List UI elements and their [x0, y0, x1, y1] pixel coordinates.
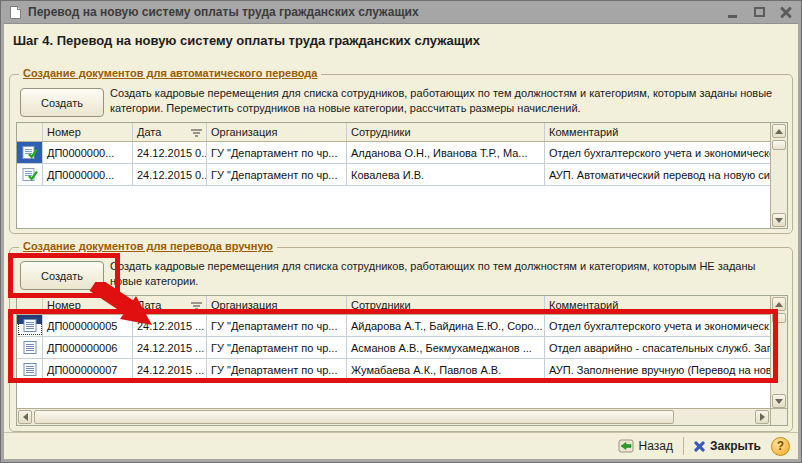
cell-number: ДП0000000... — [43, 164, 133, 185]
column-header-number[interactable]: Номер — [43, 123, 133, 141]
group-manual-description: Создать кадровые перемещения для списка … — [110, 259, 788, 289]
column-header-icon — [17, 123, 43, 141]
column-header-employees[interactable]: Сотрудники — [347, 296, 545, 314]
scroll-down-icon — [775, 218, 783, 223]
scroll-down-icon — [775, 399, 783, 404]
document-posted-icon — [22, 168, 38, 181]
scrollbar-thumb[interactable] — [34, 410, 674, 424]
column-header-date[interactable]: Дата — [133, 296, 207, 314]
column-header-organization[interactable]: Организация — [207, 123, 347, 141]
close-button-label: Закрыть — [710, 439, 761, 453]
back-button-label: Назад — [639, 439, 673, 453]
minimize-button[interactable] — [725, 5, 739, 19]
cell-employees: Жумабаева А.К., Павлов А.В. — [347, 359, 545, 380]
cell-organization: ГУ "Департамент по чр... — [207, 142, 347, 163]
document-posted-icon — [22, 146, 38, 159]
cell-employees: Асманов А.В., Бекмухамеджанов ... — [347, 337, 545, 358]
column-header-organization[interactable]: Организация — [207, 296, 347, 314]
maximize-icon — [754, 7, 765, 17]
cell-number: ДП000000007 — [43, 359, 133, 380]
back-arrow-icon — [618, 438, 634, 454]
scroll-right-icon — [760, 413, 765, 421]
table-row[interactable]: ДП000000006 24.12.2015 ... ГУ "Департаме… — [17, 337, 770, 359]
table-header-row: Номер Дата Организация Сотрудники Коммен… — [17, 123, 770, 142]
column-header-date[interactable]: Дата — [133, 123, 207, 141]
app-window: Перевод на новую систему оплаты труда гр… — [0, 0, 802, 463]
create-auto-button[interactable]: Создать — [20, 88, 104, 117]
table-row[interactable]: ДП0000000... 24.12.2015 0... ГУ "Департа… — [17, 164, 770, 186]
group-auto-description: Создать кадровые перемещения для списка … — [110, 86, 788, 116]
scroll-left-icon — [23, 413, 28, 421]
group-manual-title: Создание документов для перевода вручную — [19, 240, 277, 252]
table-row[interactable]: ДП0000000... 24.12.2015 0... ГУ "Департа… — [17, 142, 770, 164]
close-x-icon — [694, 441, 705, 452]
cell-date: 24.12.2015 ... — [133, 337, 207, 358]
help-button[interactable]: ? — [771, 437, 790, 456]
scroll-down-button[interactable] — [772, 213, 786, 227]
cell-organization: ГУ "Департамент по чр... — [207, 164, 347, 185]
minimize-icon — [728, 15, 737, 18]
cell-comment: АУП. Автоматический перевод на новую сис… — [545, 164, 770, 185]
maximize-button[interactable] — [752, 5, 766, 19]
group-auto-title: Создание документов для автоматического … — [19, 67, 321, 79]
row-icon-cell — [17, 337, 43, 358]
table-row[interactable]: ДП000000007 24.12.2015 ... ГУ "Департаме… — [17, 359, 770, 381]
footer-separator — [683, 437, 684, 455]
cell-number: ДП0000000... — [43, 142, 133, 163]
scrollbar-thumb[interactable] — [772, 313, 786, 323]
manual-documents-table: Номер Дата Организация Сотрудники Коммен… — [16, 295, 788, 426]
cell-date: 24.12.2015 ... — [133, 359, 207, 380]
cell-employees: Алданова О.Н., Иванова Т.Р., Ма... — [347, 142, 545, 163]
document-icon — [22, 319, 38, 332]
cell-comment: Отдел аварийно - спасательных служб. Зап… — [545, 337, 770, 358]
vertical-scrollbar[interactable] — [770, 296, 787, 409]
horizontal-scrollbar[interactable] — [17, 408, 770, 425]
cell-organization: ГУ "Департамент по чр... — [207, 359, 347, 380]
scrollbar-thumb[interactable] — [772, 140, 786, 150]
cell-organization: ГУ "Департамент по чр... — [207, 315, 347, 336]
sort-ascending-icon — [191, 301, 202, 310]
vertical-scrollbar[interactable] — [770, 123, 787, 228]
scroll-down-button[interactable] — [772, 394, 786, 408]
cell-number: ДП000000006 — [43, 337, 133, 358]
scrollbar-corner — [770, 408, 787, 425]
column-header-date-label: Дата — [137, 126, 161, 138]
column-header-comment[interactable]: Комментарий — [545, 123, 770, 141]
page-title: Шаг 4. Перевод на новую систему оплаты т… — [13, 33, 480, 48]
table-row[interactable]: ДП000000005 24.12.2015 ... ГУ "Департаме… — [17, 315, 770, 337]
close-window-button[interactable]: Закрыть — [690, 437, 765, 455]
column-header-comment[interactable]: Комментарий — [545, 296, 770, 314]
scroll-up-button[interactable] — [772, 124, 786, 138]
cell-comment: Отдел бухгалтерского учета и экономическ… — [545, 315, 770, 336]
create-manual-button[interactable]: Создать — [20, 261, 104, 290]
sort-ascending-icon — [191, 128, 202, 137]
cell-date: 24.12.2015 0... — [133, 142, 207, 163]
window-title: Перевод на новую систему оплаты труда гр… — [28, 5, 419, 19]
row-icon-cell — [17, 164, 43, 185]
window-titlebar[interactable]: Перевод на новую систему оплаты труда гр… — [1, 1, 801, 23]
scroll-right-button[interactable] — [755, 410, 769, 424]
window-content: Шаг 4. Перевод на новую систему оплаты т… — [4, 23, 798, 459]
document-icon — [9, 5, 22, 20]
scroll-up-icon — [775, 129, 783, 134]
cell-number: ДП000000005 — [43, 315, 133, 336]
back-button[interactable]: Назад — [614, 436, 677, 456]
scroll-up-button[interactable] — [772, 297, 786, 311]
row-icon-cell — [17, 359, 43, 380]
cell-date: 24.12.2015 0... — [133, 164, 207, 185]
table-header-row: Номер Дата Организация Сотрудники Коммен… — [17, 296, 770, 315]
cell-employees: Айдарова А.Т., Байдина Е.Ю., Соро... — [347, 315, 545, 336]
cell-comment: АУП. Заполнение вручную (Перевод на нов.… — [545, 359, 770, 380]
row-icon-cell — [17, 142, 43, 163]
column-header-number[interactable]: Номер — [43, 296, 133, 314]
column-header-icon — [17, 296, 43, 314]
close-button[interactable] — [779, 5, 793, 19]
group-auto-transfer: Создание документов для автоматического … — [9, 74, 793, 234]
column-header-date-label: Дата — [137, 299, 161, 311]
column-header-employees[interactable]: Сотрудники — [347, 123, 545, 141]
auto-documents-table: Номер Дата Организация Сотрудники Коммен… — [16, 122, 788, 229]
scroll-left-button[interactable] — [18, 410, 32, 424]
cell-employees: Ковалева И.В. — [347, 164, 545, 185]
window-controls — [725, 5, 793, 19]
cell-date: 24.12.2015 ... — [133, 315, 207, 336]
